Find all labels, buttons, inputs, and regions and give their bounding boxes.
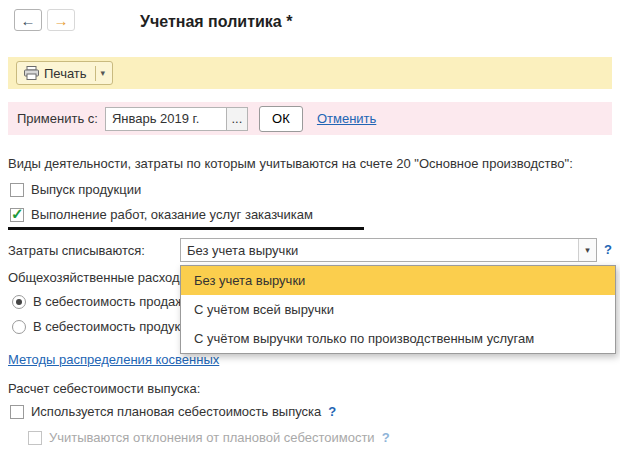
printer-icon	[24, 66, 39, 80]
page-title: Учетная политика *	[140, 13, 292, 31]
forward-arrow-icon: →	[54, 12, 69, 29]
radio-label: В себестоимость продаж (	[33, 294, 192, 309]
check-mark-icon: ✓	[11, 205, 24, 223]
checkbox-icon	[28, 431, 42, 445]
checkbox-product-output[interactable]: Выпуск продукции	[10, 182, 141, 197]
costs-writeoff-combobox[interactable]: Без учета выручки ▾	[180, 238, 597, 262]
costs-writeoff-dropdown-list: Без учета выручки С учётом всей выручки …	[180, 265, 616, 354]
radio-icon	[12, 320, 26, 334]
checkbox-icon	[10, 183, 24, 197]
radio-cost-of-products[interactable]: В себестоимость продукц	[12, 319, 188, 334]
period-input[interactable]: Январь 2019 г.	[105, 107, 227, 131]
apply-bar: Применить с: Январь 2019 г. ... ОК Отмен…	[8, 102, 612, 135]
command-bar: Печать ▾	[8, 57, 612, 89]
combobox-value: Без учета выручки	[181, 239, 578, 261]
checkbox-planned-deviations[interactable]: Учитываются отклонения от плановой себес…	[28, 430, 390, 445]
checkbox-planned-cost[interactable]: Используется плановая себестоимость выпу…	[10, 404, 336, 419]
back-button[interactable]: ←	[14, 9, 42, 31]
button-separator	[95, 66, 96, 81]
activities-heading: Виды деятельности, затраты по которым уч…	[8, 156, 573, 171]
radio-cost-of-sales[interactable]: В себестоимость продаж (	[12, 294, 192, 309]
general-expenses-heading: Общехозяйственные расходы	[8, 270, 189, 285]
checkbox-label: Используется плановая себестоимость выпу…	[31, 404, 321, 419]
back-arrow-icon: ←	[21, 12, 36, 29]
radio-selected-icon	[12, 295, 26, 309]
underline-annotation	[8, 227, 364, 230]
ellipsis-icon: ...	[231, 111, 242, 126]
chevron-down-icon[interactable]: ▾	[101, 68, 106, 78]
checkbox-works-services[interactable]: ✓ Выполнение работ, оказание услуг заказ…	[10, 207, 313, 222]
output-cost-heading: Расчет себестоимости выпуска:	[8, 381, 200, 396]
checkbox-checked-icon: ✓	[10, 208, 24, 222]
period-value: Январь 2019 г.	[112, 111, 199, 126]
radio-label: В себестоимость продукц	[33, 319, 188, 334]
dropdown-option[interactable]: С учётом выручки только по производствен…	[181, 324, 615, 353]
checkbox-label: Учитываются отклонения от плановой себес…	[49, 430, 375, 445]
ok-button[interactable]: ОК	[259, 106, 303, 132]
help-icon[interactable]: ?	[328, 404, 336, 419]
print-button[interactable]: Печать ▾	[16, 61, 113, 85]
checkbox-icon	[10, 405, 24, 419]
help-icon[interactable]: ?	[604, 242, 612, 257]
indirect-costs-methods-link[interactable]: Методы распределения косвенных	[8, 352, 219, 367]
dropdown-option-selected[interactable]: Без учета выручки	[181, 266, 615, 295]
checkbox-label: Выполнение работ, оказание услуг заказчи…	[31, 207, 313, 222]
forward-button[interactable]: →	[47, 9, 75, 31]
costs-writeoff-label: Затраты списываются:	[8, 243, 145, 258]
help-icon[interactable]: ?	[382, 430, 390, 445]
checkbox-label: Выпуск продукции	[31, 182, 141, 197]
dropdown-option[interactable]: С учётом всей выручки	[181, 295, 615, 324]
period-picker-button[interactable]: ...	[227, 107, 248, 131]
chevron-down-icon: ▾	[585, 245, 590, 255]
print-label: Печать	[44, 66, 87, 81]
combobox-dropdown-button[interactable]: ▾	[578, 239, 596, 261]
accounting-policy-window: ← → Учетная политика * Печать ▾ Применит…	[0, 0, 620, 452]
nav-buttons: ← →	[14, 9, 75, 31]
apply-from-label: Применить с:	[17, 111, 98, 126]
cancel-link[interactable]: Отменить	[317, 111, 376, 126]
